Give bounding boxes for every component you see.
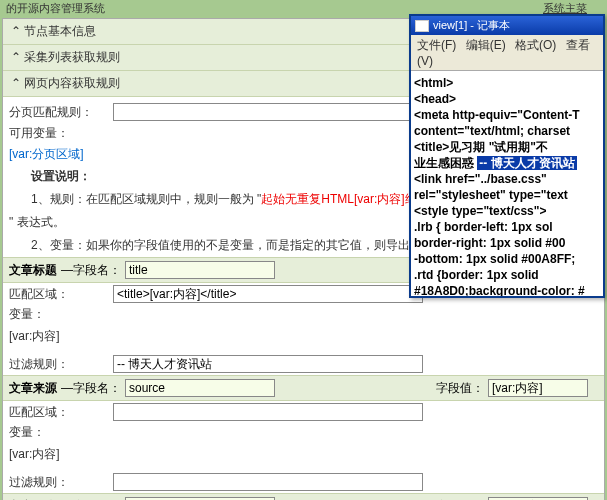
source-fieldname-input[interactable] [125, 379, 275, 397]
section-title-title: 文章标题 [9, 262, 57, 279]
source-filter-input[interactable] [113, 473, 423, 491]
chevron-icon: ⌃ [11, 24, 21, 38]
accordion-label: 采集列表获取规则 [24, 50, 120, 64]
setting-title: 设置说明： [31, 169, 91, 183]
accordion-label: 网页内容获取规则 [24, 76, 120, 90]
notepad-titlebar[interactable]: view[1] - 记事本 [411, 16, 603, 35]
notepad-icon [415, 20, 429, 32]
avail-var-label: 可用变量： [9, 125, 113, 142]
title-filter-input[interactable] [113, 355, 423, 373]
filter-label: 过滤规则： [9, 356, 113, 373]
title-matcharea-input[interactable] [113, 285, 423, 303]
source-matcharea-input[interactable] [113, 403, 423, 421]
menu-format[interactable]: 格式(O) [515, 38, 556, 52]
notepad-window[interactable]: view[1] - 记事本 文件(F) 编辑(E) 格式(O) 查看(V) <h… [409, 14, 605, 298]
paging-rule-input[interactable] [113, 103, 423, 121]
avail-var-value: [var:分页区域] [9, 146, 423, 163]
notepad-menubar: 文件(F) 编辑(E) 格式(O) 查看(V) [411, 35, 603, 71]
paging-rule-label: 分页匹配规则： [9, 104, 113, 121]
app-title: 的开源内容管理系统 [6, 1, 105, 17]
chevron-icon: ⌃ [11, 50, 21, 64]
source-fieldval-input[interactable] [488, 379, 588, 397]
accordion-label: 节点基本信息 [24, 24, 96, 38]
menu-edit[interactable]: 编辑(E) [466, 38, 506, 52]
match-area-label: 匹配区域： [9, 286, 113, 303]
menu-file[interactable]: 文件(F) [417, 38, 456, 52]
notepad-title: view[1] - 记事本 [433, 18, 510, 33]
var-content: [var:内容] [3, 327, 604, 349]
notepad-body[interactable]: <html><head><meta http-equiv="Content-Tc… [411, 71, 603, 296]
chevron-icon: ⌃ [11, 76, 21, 90]
section-source-title: 文章来源 [9, 380, 57, 397]
title-fieldname-input[interactable] [125, 261, 275, 279]
